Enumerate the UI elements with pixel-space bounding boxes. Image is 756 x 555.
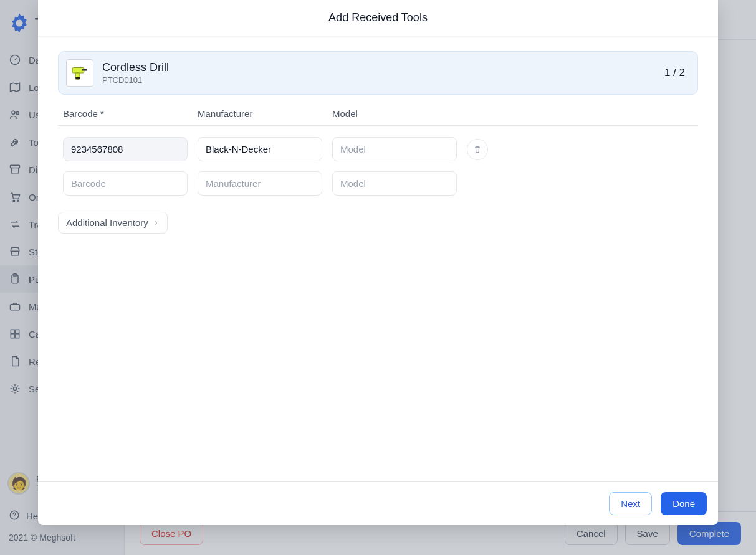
drill-icon: [69, 62, 90, 83]
model-input[interactable]: [332, 171, 457, 196]
manufacturer-input[interactable]: [198, 171, 322, 196]
table-row: [58, 171, 698, 196]
modal-body: Cordless Drill PTCD0101 1 / 2 Barcode * …: [38, 36, 718, 481]
svg-rect-17: [82, 69, 87, 70]
manufacturer-input[interactable]: [198, 137, 322, 161]
additional-inventory-label: Additional Inventory: [66, 217, 148, 228]
add-received-tools-modal: Add Received Tools Cordless Drill PTCD01…: [38, 0, 718, 525]
col-barcode: Barcode *: [63, 108, 188, 119]
modal-footer: Next Done: [38, 481, 718, 525]
additional-inventory-button[interactable]: Additional Inventory: [58, 212, 168, 234]
tool-code: PTCD0101: [102, 75, 656, 85]
trash-icon: [472, 145, 482, 154]
tool-thumbnail: [66, 59, 93, 87]
done-button[interactable]: Done: [661, 492, 707, 515]
grid-header: Barcode * Manufacturer Model: [58, 106, 698, 126]
barcode-input[interactable]: [63, 137, 188, 161]
chevron-right-icon: [152, 219, 160, 227]
modal-title: Add Received Tools: [38, 0, 718, 36]
table-row: [58, 137, 698, 161]
tool-card[interactable]: Cordless Drill PTCD0101 1 / 2: [58, 51, 698, 95]
next-button[interactable]: Next: [609, 492, 652, 515]
col-model: Model: [332, 108, 457, 119]
model-input[interactable]: [332, 137, 457, 161]
svg-rect-19: [75, 77, 80, 79]
barcode-input[interactable]: [63, 171, 188, 196]
tool-count: 1 / 2: [664, 67, 685, 79]
tool-name: Cordless Drill: [102, 61, 656, 74]
grid-body: [58, 126, 698, 196]
col-manufacturer: Manufacturer: [198, 108, 322, 119]
delete-row-button[interactable]: [467, 139, 488, 160]
